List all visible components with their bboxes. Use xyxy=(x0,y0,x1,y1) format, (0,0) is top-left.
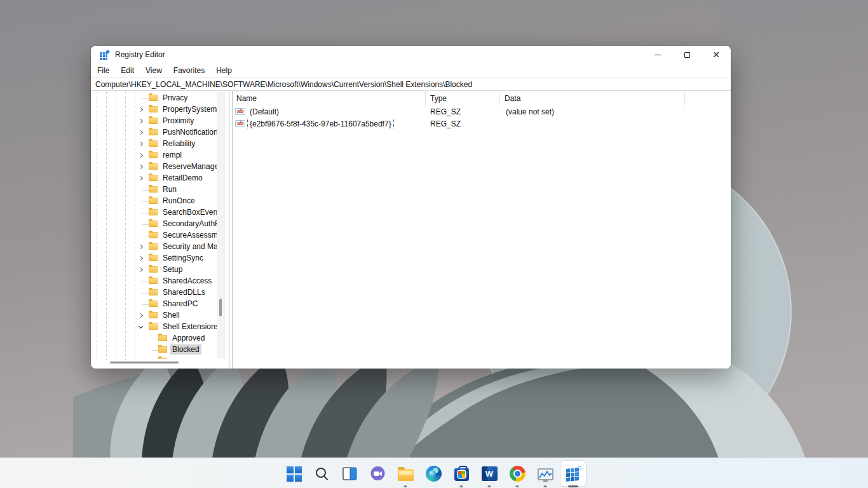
chevron-right-icon[interactable] xyxy=(139,313,143,317)
tree-item-label[interactable]: RetailDemo xyxy=(161,173,205,183)
tree-item[interactable]: Blocked xyxy=(91,344,217,355)
chrome-button[interactable] xyxy=(505,458,530,488)
tree-item[interactable]: Approved xyxy=(91,332,217,344)
tree-item[interactable]: PropertySystem xyxy=(91,104,217,115)
tree-item-label[interactable]: SettingSync xyxy=(161,253,205,263)
file-explorer-button[interactable] xyxy=(393,458,418,488)
tree-item-label[interactable]: Proximity xyxy=(161,116,196,126)
tree-item[interactable]: Shell Extensions xyxy=(91,321,217,332)
tree-item[interactable]: SharedDLLs xyxy=(91,287,217,298)
tree-item[interactable]: SearchBoxEventA xyxy=(91,207,217,218)
value-row[interactable]: ab(Default)REG_SZ(value not set) xyxy=(233,105,731,118)
tree-item-label[interactable]: SecondaryAuthF xyxy=(161,219,217,229)
tree-item[interactable] xyxy=(91,355,217,359)
chevron-right-icon[interactable] xyxy=(139,267,143,271)
folder-icon xyxy=(149,175,158,181)
tree-item[interactable]: Reliability xyxy=(91,138,217,149)
tree-item[interactable]: Run xyxy=(91,184,217,195)
start-button[interactable] xyxy=(281,458,306,488)
tree-item-label[interactable]: ReserveManager xyxy=(161,161,217,172)
tree-item[interactable]: Privacy xyxy=(91,92,217,104)
chevron-right-icon[interactable] xyxy=(139,141,143,146)
chevron-right-icon[interactable] xyxy=(139,152,143,157)
menu-edit[interactable]: Edit xyxy=(115,66,140,75)
tree-item-label[interactable]: RunOnce xyxy=(161,196,197,206)
chat-button[interactable] xyxy=(365,458,390,488)
tree-item-label[interactable]: SharedDLLs xyxy=(161,287,207,297)
minimize-button[interactable] xyxy=(643,46,672,64)
store-button[interactable] xyxy=(449,458,474,488)
tree-item[interactable]: SecureAssessmen xyxy=(91,229,217,241)
chevron-right-icon[interactable] xyxy=(139,255,143,260)
title-bar[interactable]: Registry Editor ✕ xyxy=(91,46,731,64)
column-header-name[interactable]: Name xyxy=(233,92,426,105)
value-row[interactable]: ab{e2bf9676-5f8f-435c-97eb-11607a5bedf7}… xyxy=(233,118,731,130)
tree-vertical-scrollbar-thumb[interactable] xyxy=(219,299,222,316)
tree-item-label[interactable]: Reliability xyxy=(161,139,197,149)
tree-item[interactable]: Proximity xyxy=(91,115,217,126)
tree-item-label[interactable]: PushNotification xyxy=(161,127,217,137)
tree-item-label[interactable]: Shell xyxy=(161,310,182,320)
maximize-button[interactable] xyxy=(672,46,702,64)
tree-item[interactable]: Shell xyxy=(91,309,217,321)
task-manager-button[interactable] xyxy=(532,458,558,488)
tree-item-label[interactable]: Setup xyxy=(161,264,184,274)
tree-item-label[interactable]: Blocked xyxy=(170,344,201,355)
chevron-right-icon[interactable] xyxy=(139,164,143,168)
edge-button[interactable] xyxy=(421,458,446,488)
tree-item-label[interactable]: Shell Extensions xyxy=(161,322,217,332)
value-type: REG_SZ xyxy=(426,107,500,116)
menu-help[interactable]: Help xyxy=(210,66,238,75)
registry-editor-taskbar-button[interactable] xyxy=(560,458,586,488)
tree-item[interactable]: Setup xyxy=(91,264,217,275)
tree-item-label[interactable]: SharedAccess xyxy=(161,276,214,286)
tree-item-label[interactable]: Privacy xyxy=(161,93,189,103)
tree-item[interactable]: rempl xyxy=(91,149,217,161)
folder-icon xyxy=(149,163,158,170)
column-header-data[interactable]: Data xyxy=(500,92,685,105)
tree-item-label[interactable]: Security and Mai xyxy=(161,241,217,252)
folder-icon xyxy=(149,152,158,158)
word-button[interactable]: W xyxy=(477,458,502,488)
tree-item[interactable]: RetailDemo xyxy=(91,172,217,184)
tree-item[interactable]: ReserveManager xyxy=(91,161,217,172)
value-name[interactable]: (Default) xyxy=(248,107,281,117)
tree-item-label[interactable]: SharedPC xyxy=(161,299,200,309)
taskbar-icons: W xyxy=(281,458,586,488)
tree-item-label[interactable]: Run xyxy=(161,184,179,194)
chevron-right-icon[interactable] xyxy=(139,118,143,123)
menu-favorites[interactable]: Favorites xyxy=(168,66,210,75)
column-header-type[interactable]: Type xyxy=(426,92,500,105)
tree-item[interactable]: RunOnce xyxy=(91,195,217,207)
chevron-right-icon[interactable] xyxy=(139,107,143,111)
registry-tree-pane[interactable]: PrivacyPropertySystemProximityPushNotifi… xyxy=(91,91,229,369)
chevron-down-icon[interactable] xyxy=(139,323,143,328)
tree-horizontal-scrollbar-thumb[interactable] xyxy=(110,362,179,363)
tree-item-label[interactable]: SearchBoxEventA xyxy=(161,207,217,217)
tree-item-label[interactable]: Approved xyxy=(170,333,207,343)
address-bar[interactable]: Computer\HKEY_LOCAL_MACHINE\SOFTWARE\Mic… xyxy=(91,78,731,91)
task-view-button[interactable] xyxy=(337,458,362,488)
tree-item[interactable]: PushNotification xyxy=(91,126,217,138)
tree-item-label[interactable]: rempl xyxy=(161,150,184,160)
search-button[interactable] xyxy=(309,458,334,488)
tree-item[interactable]: SettingSync xyxy=(91,252,217,264)
tree-item-label[interactable]: SecureAssessmen xyxy=(161,230,217,240)
menu-file[interactable]: File xyxy=(92,66,115,75)
close-button[interactable]: ✕ xyxy=(702,46,731,64)
tree-horizontal-scrollbar[interactable] xyxy=(92,361,224,365)
tree-item[interactable]: SecondaryAuthF xyxy=(91,218,217,229)
tree-vertical-scrollbar[interactable] xyxy=(217,92,225,358)
active-indicator xyxy=(568,485,578,487)
tree-item[interactable]: SharedAccess xyxy=(91,275,217,287)
menu-view[interactable]: View xyxy=(140,66,168,75)
tree-item[interactable]: Security and Mai xyxy=(91,241,217,252)
values-pane[interactable]: Name Type Data ab(Default)REG_SZ(value n… xyxy=(232,91,731,369)
chevron-right-icon[interactable] xyxy=(139,130,143,134)
tree-item[interactable]: SharedPC xyxy=(91,298,217,309)
chevron-right-icon[interactable] xyxy=(139,175,143,180)
registry-editor-window: Registry Editor ✕ FileEditViewFavoritesH… xyxy=(91,46,731,369)
value-name[interactable]: {e2bf9676-5f8f-435c-97eb-11607a5bedf7} xyxy=(248,119,393,129)
tree-item-label[interactable]: PropertySystem xyxy=(161,104,217,114)
chevron-right-icon[interactable] xyxy=(139,244,143,248)
